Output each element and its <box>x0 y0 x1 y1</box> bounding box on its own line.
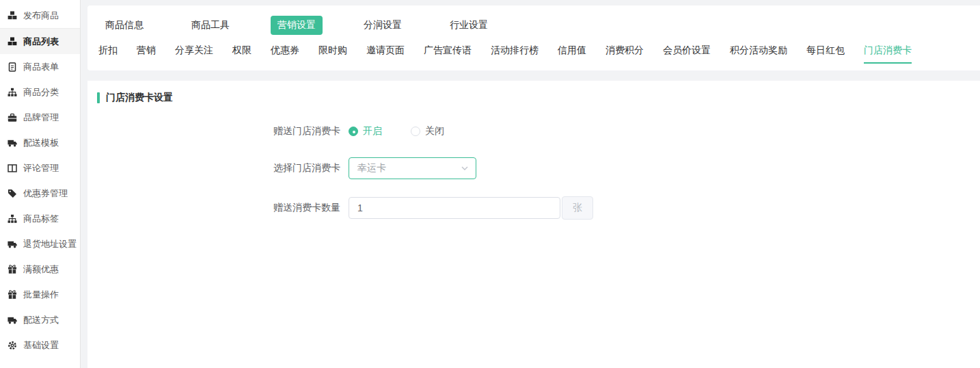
tab-credit-value[interactable]: 信用值 <box>558 44 586 62</box>
sidebar-item-delivery-method[interactable]: 配送方式 <box>0 307 80 332</box>
sidebar-item-label: 商品分类 <box>23 86 59 98</box>
panel-gap <box>87 70 980 81</box>
section-header: 门店消费卡设置 <box>97 92 980 104</box>
qty-unit-suffix: 张 <box>562 196 593 220</box>
tab-discount[interactable]: 折扣 <box>98 44 118 62</box>
radio-off-dot[interactable] <box>411 127 420 136</box>
tab-marketing-settings[interactable]: 营销设置 <box>271 16 323 35</box>
sidebar-item-coupon-management[interactable]: 优惠券管理 <box>0 181 80 206</box>
truck-icon <box>8 239 17 249</box>
sidebar-item-label: 发布商品 <box>23 10 59 22</box>
primary-tab-bar: 商品信息 商品工具 营销设置 分润设置 行业设置 <box>98 15 980 36</box>
briefcase-icon <box>8 113 17 122</box>
radio-off-label: 关闭 <box>425 125 444 137</box>
store-card-select-value: 幸运卡 <box>357 162 386 174</box>
tab-profit-sharing-settings[interactable]: 分润设置 <box>357 16 409 35</box>
truck-icon <box>8 138 17 148</box>
sidebar-item-basic-settings[interactable]: 基础设置 <box>0 332 80 358</box>
columns-icon <box>8 163 17 173</box>
qty-label: 赠送消费卡数量 <box>97 202 349 214</box>
sidebar-item-label: 配送方式 <box>23 314 59 326</box>
sidebar-item-product-category[interactable]: 商品分类 <box>0 79 80 105</box>
cubes-icon <box>8 37 17 47</box>
tab-member-price-settings[interactable]: 会员价设置 <box>663 44 711 62</box>
cubes-icon <box>8 11 17 21</box>
sidebar-item-label: 基础设置 <box>23 339 59 352</box>
sidebar: 发布商品 商品列表 商品表单 商品分类 品牌管理 配送模板 <box>0 0 81 368</box>
sidebar-item-product-tags[interactable]: 商品标签 <box>0 206 80 231</box>
document-icon <box>8 62 17 72</box>
sitemap-icon <box>8 88 17 97</box>
gift-icon <box>8 265 17 274</box>
sidebar-item-label: 批量操作 <box>23 289 59 301</box>
sidebar-item-batch-operations[interactable]: 批量操作 <box>0 282 80 307</box>
qty-input-group: 张 <box>349 196 593 220</box>
radio-on-dot[interactable] <box>349 127 358 136</box>
tab-daily-red-packet[interactable]: 每日红包 <box>806 44 845 62</box>
tab-marketing[interactable]: 营销 <box>137 44 156 62</box>
sidebar-item-label: 商品表单 <box>23 61 59 73</box>
tab-product-info[interactable]: 商品信息 <box>98 16 150 35</box>
select-card-label: 选择门店消费卡 <box>97 162 349 174</box>
sidebar-item-product-list[interactable]: 商品列表 <box>0 29 80 54</box>
truck-icon <box>8 315 17 325</box>
content-panel: 门店消费卡设置 赠送门店消费卡 开启 关闭 选择门店消费卡 <box>87 81 980 368</box>
sidebar-item-delivery-template[interactable]: 配送模板 <box>0 130 80 155</box>
sidebar-item-label: 评论管理 <box>23 162 59 174</box>
radio-on[interactable]: 开启 <box>349 125 382 137</box>
tabs-panel: 商品信息 商品工具 营销设置 分润设置 行业设置 折扣 营销 分享关注 权限 优… <box>87 5 980 70</box>
store-card-select[interactable]: 幸运卡 <box>349 157 476 179</box>
gift-card-toggle-row: 赠送门店消费卡 开启 关闭 <box>97 124 980 138</box>
select-card-row: 选择门店消费卡 幸运卡 <box>97 157 980 179</box>
sidebar-item-full-discount[interactable]: 满额优惠 <box>0 257 80 282</box>
sidebar-item-label: 配送模板 <box>23 137 59 149</box>
tab-permissions[interactable]: 权限 <box>232 44 251 62</box>
tag-icon <box>8 189 17 198</box>
sidebar-item-label: 优惠券管理 <box>23 187 68 200</box>
sidebar-item-return-address-settings[interactable]: 退货地址设置 <box>0 231 80 257</box>
sidebar-item-publish-product[interactable]: 发布商品 <box>0 3 80 28</box>
sidebar-item-comment-management[interactable]: 评论管理 <box>0 155 80 181</box>
sidebar-item-label: 满额优惠 <box>23 263 59 276</box>
sidebar-item-label: 退货地址设置 <box>23 238 77 250</box>
sidebar-item-label: 商品标签 <box>23 213 59 225</box>
tab-points-activity-reward[interactable]: 积分活动奖励 <box>730 44 787 62</box>
gift-card-radio-group: 开启 关闭 <box>349 125 444 137</box>
sidebar-item-brand-management[interactable]: 品牌管理 <box>0 105 80 130</box>
sidebar-item-label: 品牌管理 <box>23 111 59 124</box>
section-title: 门店消费卡设置 <box>106 92 173 104</box>
tab-industry-settings[interactable]: 行业设置 <box>443 16 495 35</box>
section-accent-bar <box>97 92 100 103</box>
sidebar-item-label: 商品列表 <box>23 36 59 48</box>
main-area: 商品信息 商品工具 营销设置 分润设置 行业设置 折扣 营销 分享关注 权限 优… <box>81 0 980 368</box>
tab-store-consumption-card[interactable]: 门店消费卡 <box>864 44 912 64</box>
gift-card-toggle-label: 赠送门店消费卡 <box>97 125 349 137</box>
store-card-settings-form: 赠送门店消费卡 开启 关闭 选择门店消费卡 幸运卡 <box>97 124 980 220</box>
qty-row: 赠送消费卡数量 张 <box>97 196 980 220</box>
qty-input[interactable] <box>349 197 560 219</box>
tab-consumption-points[interactable]: 消费积分 <box>605 44 644 62</box>
radio-off[interactable]: 关闭 <box>411 125 444 137</box>
chevron-down-icon <box>461 164 469 172</box>
tab-product-tools[interactable]: 商品工具 <box>185 16 236 35</box>
sidebar-item-product-form[interactable]: 商品表单 <box>0 54 80 79</box>
gear-icon <box>8 341 17 350</box>
tab-share-follow[interactable]: 分享关注 <box>175 44 213 62</box>
tab-invite-page[interactable]: 邀请页面 <box>366 44 405 62</box>
tab-activity-ranking[interactable]: 活动排行榜 <box>491 44 539 62</box>
tab-ad-slogan[interactable]: 广告宣传语 <box>424 44 472 62</box>
secondary-tab-bar: 折扣 营销 分享关注 权限 优惠券 限时购 邀请页面 广告宣传语 活动排行榜 信… <box>98 44 980 64</box>
tab-coupon[interactable]: 优惠券 <box>271 44 299 62</box>
tab-flash-sale[interactable]: 限时购 <box>318 44 347 62</box>
radio-on-label: 开启 <box>363 125 382 137</box>
sitemap-icon <box>8 214 17 224</box>
gift-icon <box>8 290 17 300</box>
